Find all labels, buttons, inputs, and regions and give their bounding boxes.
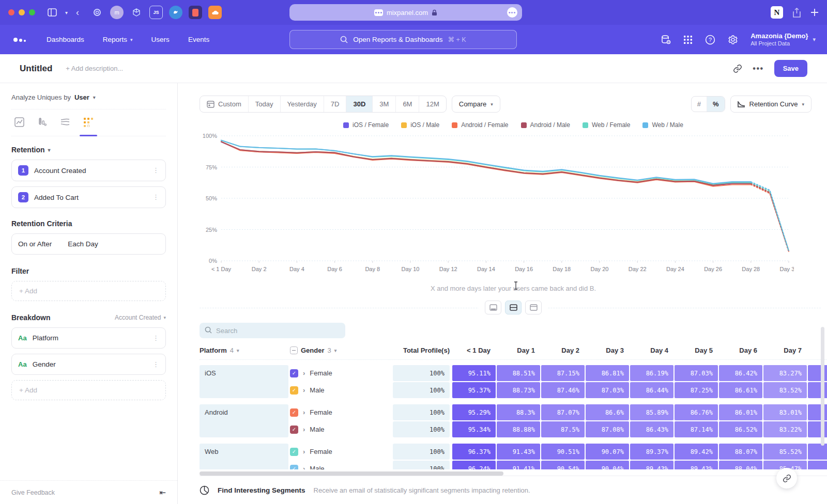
retention-value-cell[interactable]: 87.07% bbox=[541, 404, 585, 420]
extension-cube-icon[interactable] bbox=[130, 6, 143, 19]
retention-value-cell[interactable]: 88.51% bbox=[497, 365, 540, 381]
maximize-window-icon[interactable] bbox=[29, 9, 35, 15]
retention-value-cell[interactable]: 96.24% bbox=[452, 461, 496, 469]
retention-value-cell[interactable]: 86.19% bbox=[630, 365, 673, 381]
give-feedback-link[interactable]: Give Feedback bbox=[11, 489, 55, 496]
extension-js-icon[interactable]: JS bbox=[149, 6, 163, 19]
checkbox-checked-icon[interactable]: ✓ bbox=[290, 408, 298, 417]
data-management-icon[interactable] bbox=[661, 35, 671, 45]
range-custom[interactable]: Custom bbox=[200, 96, 249, 112]
retention-value-cell[interactable] bbox=[808, 461, 827, 469]
close-window-icon[interactable] bbox=[8, 9, 14, 15]
indeterminate-checkbox[interactable] bbox=[290, 346, 298, 354]
share-link-fab[interactable] bbox=[776, 468, 797, 489]
gender-cell[interactable]: ✓›Female bbox=[290, 369, 391, 377]
retention-value-cell[interactable]: 83.22% bbox=[763, 421, 807, 437]
layout-split-button[interactable] bbox=[505, 301, 522, 314]
expand-chevron-icon[interactable]: › bbox=[303, 386, 305, 394]
retention-value-cell[interactable]: 86.6% bbox=[586, 404, 629, 420]
window-controls[interactable] bbox=[8, 9, 35, 15]
retention-value-cell[interactable]: 87.14% bbox=[675, 421, 718, 437]
gender-cell[interactable]: ✓›Male bbox=[290, 426, 391, 434]
retention-value-cell[interactable]: 88.88% bbox=[497, 421, 540, 437]
new-tab-icon[interactable] bbox=[810, 8, 819, 17]
retention-value-cell[interactable]: 88.07% bbox=[719, 444, 762, 460]
retention-value-cell[interactable]: 91.43% bbox=[497, 444, 540, 460]
gender-cell[interactable]: ✓›Female bbox=[290, 448, 391, 456]
breakdown-gender[interactable]: AaGender⋮ bbox=[11, 354, 166, 375]
checkbox-checked-icon[interactable]: ✓ bbox=[290, 465, 298, 470]
legend-item[interactable]: Web / Female bbox=[583, 121, 630, 129]
legend-item[interactable]: Android / Male bbox=[521, 121, 570, 129]
criteria-on-or-after[interactable]: On or After bbox=[18, 240, 52, 248]
retention-value-cell[interactable]: 86.43% bbox=[630, 421, 673, 437]
legend-item[interactable]: iOS / Male bbox=[401, 121, 439, 129]
range-30d[interactable]: 30D bbox=[346, 96, 373, 112]
unit-percent-button[interactable]: % bbox=[707, 97, 725, 112]
project-switcher[interactable]: Amazonia {Demo} All Project Data ▾ bbox=[751, 32, 816, 48]
url-options-icon[interactable]: ••• bbox=[507, 7, 517, 18]
retention-value-cell[interactable]: 95.37% bbox=[452, 382, 496, 398]
retention-value-cell[interactable]: 91.41% bbox=[497, 461, 540, 469]
add-breakdown-button[interactable]: + Add bbox=[11, 380, 166, 400]
apps-grid-icon[interactable] bbox=[683, 35, 693, 44]
analyze-entity-select[interactable]: User bbox=[74, 93, 89, 101]
retention-value-cell[interactable]: 86.61% bbox=[719, 382, 762, 398]
gender-cell[interactable]: ✓›Male bbox=[290, 386, 391, 395]
url-bar[interactable]: mixpanel.com ••• bbox=[289, 4, 522, 21]
extension-bird-icon[interactable] bbox=[169, 6, 182, 19]
retention-value-cell[interactable]: 87.15% bbox=[541, 365, 585, 381]
gender-cell[interactable]: ✓›Male bbox=[290, 465, 391, 470]
retention-value-cell[interactable]: 86.81% bbox=[586, 365, 629, 381]
more-options-icon[interactable]: ••• bbox=[753, 64, 763, 73]
range-today[interactable]: Today bbox=[249, 96, 281, 112]
legend-item[interactable]: iOS / Female bbox=[343, 121, 389, 129]
retention-value-cell[interactable]: 83.52% bbox=[763, 382, 807, 398]
retention-value-cell[interactable]: 95.29% bbox=[452, 404, 496, 420]
kebab-menu-icon[interactable]: ⋮ bbox=[152, 336, 159, 340]
retention-value-cell[interactable]: 86.44% bbox=[630, 382, 673, 398]
back-icon[interactable]: ‹ bbox=[76, 7, 79, 18]
retention-value-cell[interactable]: 95.11% bbox=[452, 365, 496, 381]
compare-button[interactable]: Compare ▾ bbox=[452, 96, 500, 113]
nav-item-users[interactable]: Users bbox=[151, 36, 170, 43]
sidebar-toggle-icon[interactable] bbox=[48, 8, 57, 17]
layout-chart-only-button[interactable] bbox=[485, 301, 501, 314]
retention-step-2[interactable]: 2Added To Cart⋮ bbox=[11, 186, 166, 208]
layout-table-only-button[interactable] bbox=[525, 301, 542, 314]
retention-value-cell[interactable]: 86.52% bbox=[719, 421, 762, 437]
retention-value-cell[interactable]: 89.43% bbox=[675, 461, 718, 469]
minimize-window-icon[interactable] bbox=[19, 9, 25, 15]
tab-flows[interactable] bbox=[60, 117, 70, 136]
retention-value-cell[interactable]: 88.04% bbox=[719, 461, 762, 469]
range-12m[interactable]: 12M bbox=[419, 96, 446, 112]
retention-value-cell[interactable]: 96.37% bbox=[452, 444, 496, 460]
gender-cell[interactable]: ✓›Female bbox=[290, 408, 391, 417]
retention-value-cell[interactable]: 86.01% bbox=[719, 404, 762, 420]
retention-value-cell[interactable]: 95.34% bbox=[452, 421, 496, 437]
checkbox-checked-icon[interactable]: ✓ bbox=[290, 426, 298, 434]
vertical-scrollbar[interactable] bbox=[821, 327, 824, 446]
extension-password-icon[interactable] bbox=[189, 6, 202, 19]
expand-chevron-icon[interactable]: › bbox=[303, 369, 305, 377]
range-6m[interactable]: 6M bbox=[396, 96, 419, 112]
mixpanel-logo-icon[interactable] bbox=[13, 38, 26, 42]
retention-step-1[interactable]: 1Account Created⋮ bbox=[11, 160, 166, 181]
legend-item[interactable]: Android / Female bbox=[452, 121, 508, 129]
add-filter-button[interactable]: + Add bbox=[11, 281, 166, 301]
kebab-menu-icon[interactable]: ⋮ bbox=[152, 363, 159, 367]
criteria-each-day[interactable]: Each Day bbox=[68, 240, 98, 248]
retention-value-cell[interactable]: 90.54% bbox=[541, 461, 585, 469]
extension-ring-icon[interactable] bbox=[90, 6, 104, 19]
add-description[interactable]: + Add description... bbox=[66, 65, 123, 72]
gender-column-header[interactable]: Gender 3 ▾ bbox=[290, 346, 391, 354]
retention-value-cell[interactable]: 88.3% bbox=[497, 404, 540, 420]
retention-value-cell[interactable]: 89.43% bbox=[630, 461, 673, 469]
platform-column-header[interactable]: Platform 4 ▾ bbox=[200, 346, 288, 354]
retention-value-cell[interactable] bbox=[808, 444, 827, 460]
platform-cell[interactable]: Web bbox=[200, 444, 288, 469]
nav-item-reports[interactable]: Reports▾ bbox=[103, 36, 133, 43]
kebab-menu-icon[interactable]: ⋮ bbox=[152, 195, 159, 199]
expand-chevron-icon[interactable]: › bbox=[303, 408, 305, 416]
tab-insights[interactable] bbox=[14, 117, 24, 136]
